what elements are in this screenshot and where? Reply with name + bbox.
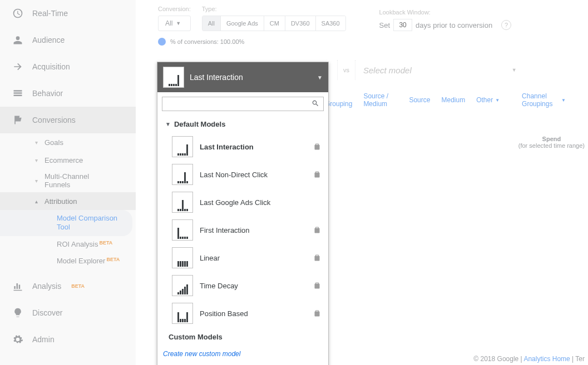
search-input[interactable] — [162, 97, 324, 111]
nav-realtime[interactable]: Real-Time — [0, 0, 136, 27]
tab-grouping[interactable]: l Grouping — [325, 92, 352, 108]
subnav-roi[interactable]: ROI AnalysisBETA — [0, 236, 136, 253]
conversion-select[interactable]: All▼ — [158, 16, 191, 31]
model-last-gads[interactable]: Last Google Ads Click — [157, 188, 328, 216]
subnav-label: Attribution — [45, 197, 77, 206]
subnav-model-explorer[interactable]: Model ExplorerBETA — [0, 253, 136, 269]
first-interaction-icon — [172, 219, 193, 241]
clipboard-icon[interactable] — [314, 171, 320, 178]
model-time-decay[interactable]: Time Decay — [157, 272, 328, 299]
footer-link[interactable]: Analytics Home — [523, 355, 570, 363]
model-last-nondirect[interactable]: Last Non-Direct Click — [157, 161, 328, 188]
import-custom-model-link[interactable]: Import custom model from Gallery — [157, 361, 328, 365]
nav-discover[interactable]: Discover — [0, 299, 136, 326]
subnav-mcf[interactable]: ▾Multi-Channel Funnels — [0, 169, 136, 192]
select-model[interactable]: Select model ▼ — [363, 66, 517, 75]
default-models-header[interactable]: ▼Default Models — [157, 116, 328, 133]
last-interaction-icon — [163, 67, 184, 88]
linear-icon — [172, 247, 193, 268]
subnav-label: Goals — [45, 138, 63, 147]
type-label: Type: — [202, 6, 346, 12]
model-label: Last Non-Direct Click — [200, 171, 268, 179]
tab-medium[interactable]: Medium — [441, 92, 465, 108]
tab-source[interactable]: Source — [409, 92, 430, 108]
model-label: Last Interaction — [200, 143, 254, 151]
subnav-label: Model Comparison Tool — [57, 214, 118, 232]
nav-label: Admin — [32, 335, 55, 344]
list-icon — [12, 88, 23, 99]
conversion-value: All — [165, 19, 172, 27]
create-custom-model-link[interactable]: Create new custom model — [157, 347, 328, 361]
nav-audience[interactable]: Audience — [0, 27, 136, 53]
nav-behavior[interactable]: Behavior — [0, 80, 136, 107]
spend-sub: (for selected time range) — [518, 142, 585, 149]
clipboard-icon[interactable] — [314, 254, 320, 262]
dropdown-current: Last Interaction — [190, 73, 243, 82]
tab-other[interactable]: Other ▼ — [476, 92, 500, 108]
time-decay-icon — [172, 275, 193, 296]
model-dropdown: Last Interaction ▼ ▼Default Models Last … — [157, 62, 329, 365]
type-dv360[interactable]: DV360 — [285, 16, 316, 31]
nav-analysis[interactable]: AnalysisBETA — [0, 273, 136, 299]
chevron-right-icon: ▾ — [32, 178, 40, 184]
sidebar: Real-Time Audience Acquisition Behavior … — [0, 0, 136, 365]
subnav-goals[interactable]: ▾Goals — [0, 133, 136, 151]
search-icon — [312, 99, 319, 107]
tab-channel-groupings[interactable]: Channel Groupings ▼ — [522, 92, 566, 108]
clipboard-icon[interactable] — [314, 282, 320, 289]
person-icon — [12, 34, 23, 46]
nav-acquisition[interactable]: Acquisition — [0, 53, 136, 80]
nav-label: Audience — [32, 36, 65, 44]
tab-source-medium[interactable]: Source / Medium — [363, 92, 398, 108]
section-label: Default Models — [174, 120, 225, 128]
clock-icon — [12, 8, 23, 19]
model-label: Last Google Ads Click — [200, 198, 270, 207]
subnav-attribution[interactable]: ▴Attribution — [0, 192, 136, 210]
subnav-label: ROI Analysis — [57, 240, 98, 249]
subnav-ecommerce[interactable]: ▾Ecommerce — [0, 151, 136, 169]
subnav-model-comparison[interactable]: Model Comparison Tool — [0, 210, 132, 236]
model-position-based[interactable]: Position Based — [157, 299, 328, 327]
model-first-interaction[interactable]: First Interaction — [157, 216, 328, 244]
lookback-set: Set — [379, 21, 391, 29]
type-all[interactable]: All — [202, 16, 221, 31]
clipboard-icon[interactable] — [314, 309, 320, 317]
custom-models-header: Custom Models — [157, 327, 328, 347]
lookback-label: Lookback Window: — [379, 9, 512, 16]
beta-badge: BETA — [71, 283, 85, 289]
flag-icon — [12, 114, 23, 126]
last-interaction-icon — [172, 136, 193, 157]
nav-label: Conversions — [32, 116, 76, 124]
nav-conversions[interactable]: Conversions — [0, 107, 136, 133]
beta-badge: BETA — [99, 240, 112, 246]
nav-label: Analysis — [32, 282, 61, 291]
subnav-label: Multi-Channel Funnels — [45, 172, 111, 189]
type-gads[interactable]: Google Ads — [221, 16, 264, 31]
last-gads-icon — [172, 192, 193, 213]
chevron-down-icon: ▼ — [165, 121, 171, 127]
dropdown-header[interactable]: Last Interaction ▼ — [157, 62, 328, 92]
lookback-input[interactable] — [393, 19, 412, 31]
nav-admin[interactable]: Admin — [0, 326, 136, 353]
clipboard-icon[interactable] — [314, 143, 320, 151]
model-last-interaction[interactable]: Last Interaction — [157, 133, 328, 161]
nav-label: Discover — [32, 308, 62, 317]
help-icon[interactable]: ? — [501, 20, 511, 30]
spend-col: Spend (for selected time range) — [518, 136, 585, 149]
position-based-icon — [172, 303, 193, 324]
spend-title: Spend — [518, 136, 585, 142]
type-sa360[interactable]: SA360 — [316, 16, 345, 31]
lookback-row: Set days prior to conversion ? — [379, 19, 512, 31]
type-segment: All Google Ads CM DV360 SA360 — [202, 16, 346, 31]
chevron-down-icon: ▼ — [495, 98, 500, 103]
chart-icon — [12, 281, 23, 292]
model-label: Time Decay — [200, 282, 238, 290]
nav-label: Real-Time — [32, 9, 68, 18]
clipboard-icon[interactable] — [314, 226, 320, 234]
type-cm[interactable]: CM — [264, 16, 285, 31]
model-label: Linear — [200, 254, 220, 262]
model-linear[interactable]: Linear — [157, 244, 328, 272]
select-model-text: Select model — [363, 66, 412, 75]
chevron-down-icon: ▼ — [317, 74, 323, 81]
conversion-label: Conversion: — [158, 6, 191, 12]
